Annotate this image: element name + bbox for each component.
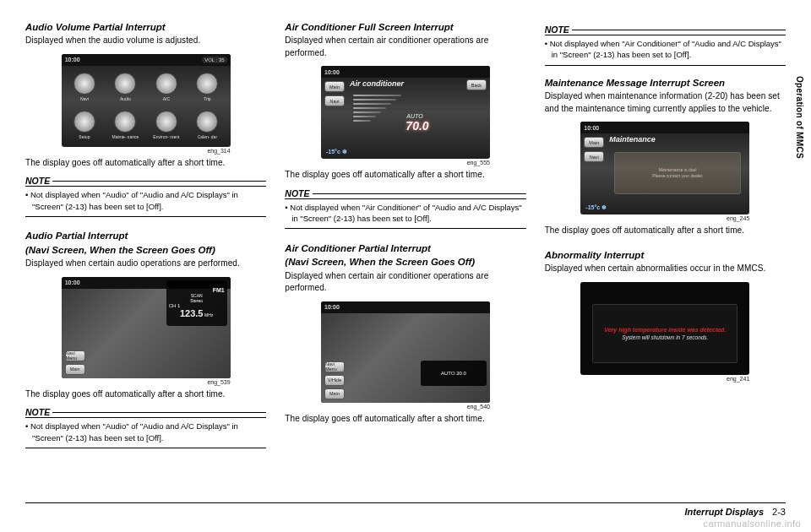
main-button: Main <box>584 137 604 148</box>
vhide-button: V/Hide <box>324 375 345 386</box>
note-heading: NOTE <box>285 188 525 199</box>
clock: 10:00 <box>324 304 340 310</box>
heading-audio-partial-2: (Navi Screen, When the Screen Goes Off) <box>25 244 266 256</box>
figure-abnormality: Very high temperature inside was detecte… <box>580 282 749 375</box>
heading-maintenance: Maintenance Message Interrupt Screen <box>545 77 786 89</box>
maintenance-title: Maintenance <box>609 135 656 144</box>
side-tab: Operation of MMCS <box>795 76 804 159</box>
figure-navi-radio: 10:00 FM1 SCAN Stereo CH 1 123.5 MHz Nav… <box>62 277 231 378</box>
navi-menu-button: Navi Menu <box>65 350 85 361</box>
figure-caption: eng_245 <box>580 215 749 221</box>
volume-badge: VOL : 35 <box>202 57 226 63</box>
figure-ac-partial: 10:00 AUTO 20.0 Navi Menu V/Hide Main <box>321 301 490 403</box>
radio-overlay: FM1 SCAN Stereo CH 1 123.5 MHz <box>166 280 227 326</box>
note-heading: NOTE <box>25 407 266 418</box>
main-button: Main <box>324 388 345 399</box>
heading-ac-full: Air Conditioner Full Screen Interrupt <box>285 21 525 33</box>
body-text: Displayed when the audio volume is adjus… <box>25 35 266 47</box>
watermark: carmanualsonline.info <box>704 518 801 529</box>
figure-maintenance: 10:00 Maintenance Main Navi Maintenance … <box>580 122 749 214</box>
figure-caption: eng_540 <box>321 404 490 410</box>
exterior-temp: -15°c ❄ <box>326 149 347 155</box>
main-button: Main <box>324 81 345 92</box>
figure-caption: eng_539 <box>62 379 231 385</box>
body-text: The display goes off automatically after… <box>285 169 525 182</box>
body-text: Displayed when certain audio operations … <box>25 258 266 270</box>
navi-menu-button: Navi Menu <box>324 361 345 372</box>
page-content: Audio Volume Partial Interrupt Displayed… <box>0 0 811 481</box>
footer-page: 2-3 <box>772 507 786 517</box>
note-body: Not displayed when "Audio" of "Audio and… <box>25 189 266 212</box>
column-1: Audio Volume Partial Interrupt Displayed… <box>25 21 266 464</box>
note-body: Not displayed when "Air Conditioner" of … <box>545 38 786 61</box>
body-text: Displayed when certain air conditioner o… <box>285 270 525 295</box>
column-3: NOTE Not displayed when "Air Conditioner… <box>545 21 786 464</box>
navi-button: Navi <box>324 95 345 106</box>
figure-caption: eng_241 <box>580 376 749 382</box>
note-rule <box>285 228 525 229</box>
heading-abnormality: Abnormality Interrupt <box>545 249 786 261</box>
clock: 10:00 <box>324 69 340 75</box>
page-footer: Interrupt Displays 2-3 <box>25 502 786 517</box>
note-rule <box>545 65 786 66</box>
note-rule <box>25 216 266 217</box>
body-text: Displayed when maintenance information (… <box>545 90 786 115</box>
figure-ac-full: 10:00 Air conditioner Main Navi Back AUT… <box>321 66 490 159</box>
clock: 10:00 <box>65 57 80 62</box>
figure-caption: eng_555 <box>321 160 490 166</box>
body-text: The display goes off automatically after… <box>25 388 266 401</box>
note-rule <box>25 448 266 448</box>
navi-button: Navi <box>584 151 604 162</box>
body-text: Displayed when certain air conditioner o… <box>285 35 525 59</box>
footer-section: Interrupt Displays <box>685 507 765 517</box>
heading-audio-partial-1: Audio Partial Interrupt <box>25 230 266 242</box>
main-button: Main <box>65 364 85 375</box>
body-text: The display goes off automatically after… <box>285 413 525 426</box>
figure-caption: eng_314 <box>62 148 231 154</box>
back-button: Back <box>466 79 487 90</box>
abnormality-message: Very high temperature inside was detecte… <box>592 304 738 363</box>
body-text: The display goes off automatically after… <box>545 225 786 237</box>
heading-audio-volume: Audio Volume Partial Interrupt <box>25 21 266 33</box>
figure-menu-grid: 10:00VOL : 35 Navi Audio A/C Trip Setup … <box>62 54 231 147</box>
clock: 10:00 <box>584 125 599 131</box>
ac-overlay: AUTO 20.0 <box>421 361 487 386</box>
note-body: Not displayed when "Audio" of "Audio and… <box>25 421 266 443</box>
ac-title: Air conditioner <box>350 79 404 88</box>
note-body: Not displayed when "Air Conditioner" of … <box>285 202 525 225</box>
note-heading: NOTE <box>545 24 786 35</box>
clock: 10:00 <box>65 280 80 285</box>
menu-grid: Navi Audio A/C Trip Setup Mainte- nance … <box>62 66 231 147</box>
heading-ac-partial-1: Air Conditioner Partial Interrupt <box>285 242 525 254</box>
heading-ac-partial-2: (Navi Screen, When the Screen Goes Off) <box>285 256 525 268</box>
column-2: Air Conditioner Full Screen Interrupt Di… <box>285 21 525 464</box>
maintenance-message: Maintenance is due! Please contact your … <box>614 152 741 194</box>
body-text: Displayed when certain abnormalities occ… <box>545 263 786 275</box>
exterior-temp: -15°c ❄ <box>585 204 607 211</box>
body-text: The display goes off automatically after… <box>25 157 266 170</box>
note-heading: NOTE <box>25 176 266 187</box>
